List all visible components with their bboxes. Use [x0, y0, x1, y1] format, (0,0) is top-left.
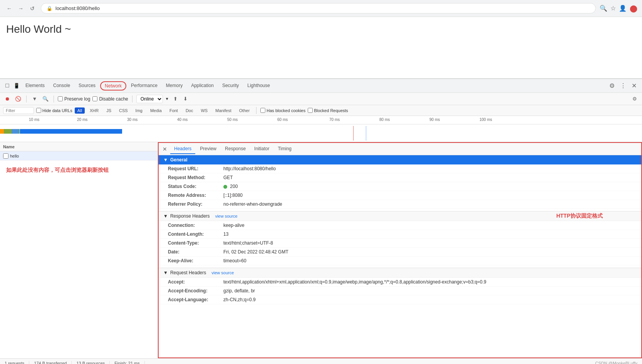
general-label: General: [170, 157, 188, 163]
clear-button[interactable]: 🚫: [14, 95, 22, 103]
filter-input[interactable]: [3, 107, 34, 114]
detail-tab-response[interactable]: Response: [221, 144, 250, 154]
blocked-requests-label[interactable]: Blocked Requests: [308, 108, 348, 113]
preserve-log-checkbox[interactable]: [58, 96, 63, 101]
tab-security[interactable]: Security: [218, 79, 243, 93]
blocked-requests-checkbox[interactable]: [308, 108, 313, 113]
bookmark-icon[interactable]: ☆: [610, 5, 616, 12]
row-checkbox[interactable]: [3, 153, 8, 159]
remote-address-value: [::1]:8080: [223, 193, 243, 198]
tab-elements[interactable]: Elements: [22, 79, 49, 93]
hide-data-urls-label[interactable]: Hide data URLs: [36, 108, 72, 113]
accept-value: text/html,application/xhtml+xml,applicat…: [223, 279, 486, 285]
tab-network[interactable]: Network: [100, 81, 126, 91]
bar-waiting: [20, 129, 122, 134]
response-headers-section[interactable]: ▼ Response Headers view source HTTP协议固定格…: [159, 211, 641, 221]
filter-media-btn[interactable]: Media: [148, 107, 164, 114]
search-icon-btn[interactable]: 🔍: [41, 95, 50, 103]
has-blocked-cookies-checkbox[interactable]: [260, 108, 265, 113]
filter-xhr-btn[interactable]: XHR: [87, 107, 101, 114]
accept-language-row: Accept-Language: zh-CN,zh;q=0.9: [159, 295, 641, 304]
general-section-header[interactable]: ▼ General: [159, 155, 641, 164]
devtools: ☐ 📱 Elements Console Sources Network Per…: [0, 79, 642, 364]
request-headers-section[interactable]: ▼ Request Headers view source: [159, 268, 641, 278]
content-length-row: Content-Length: 13: [159, 230, 641, 239]
filter-js-btn[interactable]: JS: [104, 107, 114, 114]
back-button[interactable]: ←: [5, 4, 14, 13]
bar-connect: [12, 129, 19, 134]
keep-alive-row: Keep-Alive: timeout=60: [159, 257, 641, 265]
address-bar[interactable]: 🔒 localhost:8080/hello: [41, 3, 596, 13]
detail-tab-preview[interactable]: Preview: [196, 144, 220, 154]
tick-80ms: 80 ms: [379, 117, 390, 122]
network-row[interactable]: hello: [0, 151, 158, 161]
network-settings-icon[interactable]: ⚙: [630, 95, 639, 103]
separator1: [26, 96, 27, 102]
detail-tabs: ✕ Headers Preview Response Initiator Tim…: [159, 143, 641, 155]
zoom-icon[interactable]: 🔍: [600, 5, 607, 12]
nav-buttons: ← → ↺: [5, 4, 37, 13]
devtools-device-icon[interactable]: 📱: [12, 82, 21, 90]
download-icon-btn[interactable]: ⬇: [181, 95, 190, 103]
tab-memory[interactable]: Memory: [162, 79, 186, 93]
disable-cache-checkbox[interactable]: [92, 96, 97, 101]
accept-language-key: Accept-Language:: [168, 297, 222, 302]
name-column-header: Name: [3, 144, 15, 149]
content-length-value: 13: [223, 231, 228, 237]
more-options-icon[interactable]: ⋮: [618, 82, 629, 89]
record-button[interactable]: ⏺: [3, 95, 12, 103]
filter-icon-btn[interactable]: ▼: [30, 95, 39, 103]
main-split: Name hello 如果此处没有内容，可点击浏览器刷新按钮 ✕ Headers…: [0, 142, 642, 358]
tick-60ms: 60 ms: [277, 117, 288, 122]
tab-application[interactable]: Application: [187, 79, 218, 93]
filter-css-btn[interactable]: CSS: [116, 107, 131, 114]
filter-ws-btn[interactable]: WS: [198, 107, 210, 114]
detail-tab-initiator[interactable]: Initiator: [250, 144, 273, 154]
detail-close-button[interactable]: ✕: [160, 144, 169, 154]
response-headers-view-source[interactable]: view source: [215, 214, 238, 218]
reload-button[interactable]: ↺: [28, 4, 37, 13]
tab-performance[interactable]: Performance: [127, 79, 161, 93]
preserve-log-label[interactable]: Preserve log: [58, 96, 90, 102]
tick-30ms: 30 ms: [127, 117, 137, 122]
detail-tab-timing[interactable]: Timing: [274, 144, 295, 154]
tab-console[interactable]: Console: [49, 79, 74, 93]
status-dot: [223, 185, 227, 189]
filter-manifest-btn[interactable]: Manifest: [213, 107, 234, 114]
menu-icon[interactable]: ⬤: [630, 4, 637, 13]
csdn-credit: CSDN @MonkeBLuffy: [595, 361, 637, 364]
filter-all-btn[interactable]: All: [75, 107, 85, 114]
tab-lighthouse[interactable]: Lighthouse: [243, 79, 274, 93]
filter-other-btn[interactable]: Other: [236, 107, 253, 114]
disable-cache-label[interactable]: Disable cache: [92, 96, 128, 102]
throttle-select[interactable]: Online: [136, 95, 163, 103]
profile-icon[interactable]: 👤: [619, 5, 627, 12]
accept-row: Accept: text/html,application/xhtml+xml,…: [159, 278, 641, 287]
filter-img-btn[interactable]: Img: [133, 107, 145, 114]
keep-alive-value: timeout=60: [223, 258, 246, 263]
connection-row: Connection: keep-alive: [159, 221, 641, 230]
upload-icon-btn[interactable]: ⬆: [171, 95, 180, 103]
preserve-log-text: Preserve log: [64, 96, 90, 102]
close-devtools-icon[interactable]: ✕: [629, 82, 639, 89]
forward-button[interactable]: →: [16, 4, 25, 13]
timeline-marker1: [353, 126, 354, 141]
keep-alive-key: Keep-Alive:: [168, 258, 222, 263]
settings-icon[interactable]: ⚙: [607, 82, 617, 89]
finish-time: Finish: 21 ms: [114, 361, 144, 364]
detail-tab-headers[interactable]: Headers: [170, 144, 195, 154]
referrer-policy-key: Referrer Policy:: [168, 201, 222, 207]
throttle-arrow: ▼: [165, 97, 169, 101]
devtools-inspect-icon[interactable]: ☐: [3, 82, 12, 90]
has-blocked-cookies-label[interactable]: Has blocked cookies: [260, 108, 305, 113]
timeline-bars: [0, 126, 642, 141]
request-url-row: Request URL: http://localhost:8080/hello: [159, 164, 641, 173]
filter-font-btn[interactable]: Font: [167, 107, 181, 114]
left-panel: Name hello 如果此处没有内容，可点击浏览器刷新按钮: [0, 142, 158, 358]
referrer-policy-value: no-referrer-when-downgrade: [223, 201, 282, 207]
hide-data-urls-checkbox[interactable]: [36, 108, 41, 113]
request-headers-view-source[interactable]: view source: [211, 270, 234, 275]
tab-sources[interactable]: Sources: [75, 79, 99, 93]
filter-doc-btn[interactable]: Doc: [183, 107, 196, 114]
content-type-row: Content-Type: text/html;charset=UTF-8: [159, 239, 641, 248]
